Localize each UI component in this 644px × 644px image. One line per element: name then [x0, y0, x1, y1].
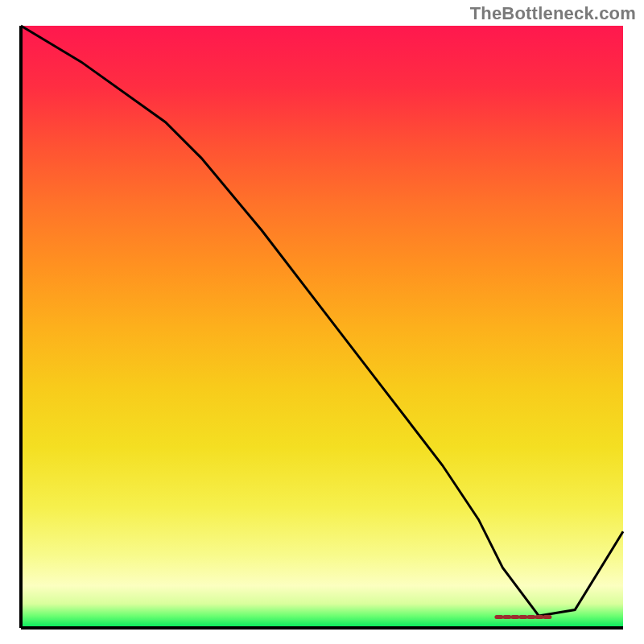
chart-overlay-svg: [21, 26, 623, 628]
chart-area: [21, 26, 623, 628]
watermark-text: TheBottleneck.com: [470, 3, 636, 24]
bottleneck-curve-line: [21, 26, 623, 616]
